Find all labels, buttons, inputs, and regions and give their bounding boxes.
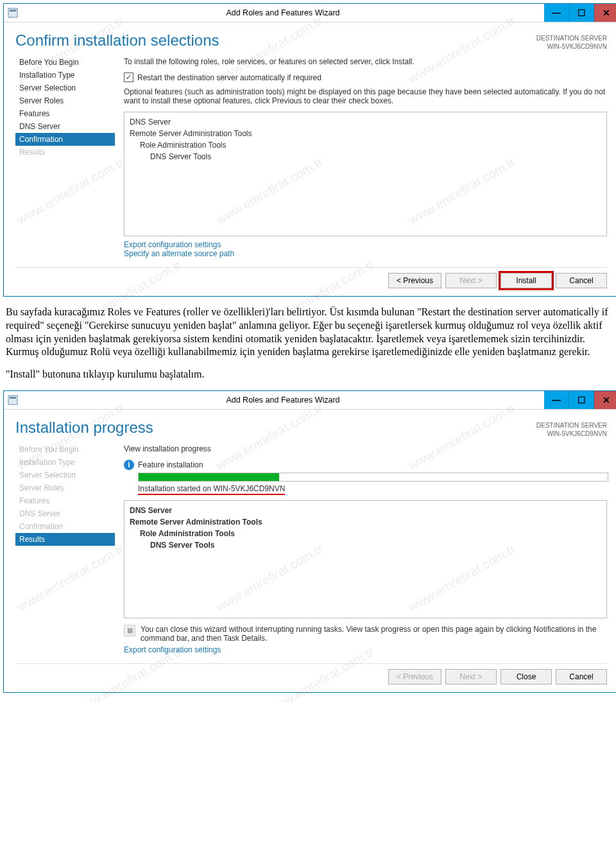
nav-server-roles[interactable]: Server Roles [15, 94, 115, 107]
close-button[interactable]: Close [501, 669, 552, 684]
left-nav: Before You Begin Installation Type Serve… [15, 443, 115, 654]
nav-confirmation: Confirmation [15, 520, 115, 533]
nav-results: Results [15, 146, 115, 159]
nav-server-roles: Server Roles [15, 482, 115, 494]
nav-confirmation[interactable]: Confirmation [15, 133, 115, 146]
install-button[interactable]: Install [501, 273, 552, 288]
nav-server-selection[interactable]: Server Selection [15, 82, 115, 94]
list-item: Remote Server Administration Tools [130, 516, 601, 528]
list-item: DNS Server [130, 116, 601, 128]
restart-checkbox-label: Restart the destination server automatic… [137, 73, 321, 82]
intro-text: To install the following roles, role ser… [124, 57, 607, 66]
list-item: Role Administration Tools [130, 139, 601, 151]
minimize-button[interactable]: — [544, 4, 569, 22]
wizard-window-confirm: www.emrefirat.com.tr www.emrefirat.com.t… [3, 3, 616, 297]
titlebar: Add Roles and Features Wizard — ☐ ✕ [4, 391, 616, 410]
close-note-text: You can close this wizard without interr… [141, 625, 607, 643]
list-item: Remote Server Administration Tools [130, 128, 601, 139]
nav-features: Features [15, 494, 115, 507]
maximize-button[interactable]: ☐ [569, 4, 594, 22]
nav-features[interactable]: Features [15, 107, 115, 120]
destination-server: DESTINATION SERVER WIN-5VKJ6CD9NVN [536, 34, 607, 51]
nav-dns-server: DNS Server [15, 507, 115, 520]
features-listbox: DNS Server Remote Server Administration … [124, 500, 607, 618]
button-row: < Previous Next > Close Cancel [15, 663, 607, 684]
wizard-window-progress: www.emrefirat.com.tr www.emrefirat.com.t… [3, 390, 616, 693]
page-title: Confirm installation selections [15, 31, 536, 49]
nav-results[interactable]: Results [15, 533, 115, 546]
export-settings-link[interactable]: Export configuration settings [124, 645, 607, 654]
article-paragraph: "Install" butonuna tıklayıp kurulumu baş… [6, 368, 616, 381]
installation-started-label: Installation started on WIN-5VKJ6CD9NVN [138, 484, 285, 495]
app-icon [8, 8, 18, 18]
list-item: Role Administration Tools [130, 528, 601, 539]
cancel-button[interactable]: Cancel [556, 669, 607, 684]
titlebar: Add Roles and Features Wizard — ☐ ✕ [4, 4, 616, 22]
maximize-button[interactable]: ☐ [569, 391, 594, 409]
view-progress-label: View installation progress [124, 444, 607, 453]
left-nav: Before You Begin Installation Type Serve… [15, 56, 115, 258]
restart-checkbox[interactable]: ✓ [124, 73, 133, 82]
svg-rect-3 [10, 397, 16, 399]
next-button: Next > [445, 669, 497, 684]
features-listbox: DNS Server Remote Server Administration … [124, 112, 607, 236]
list-item: DNS Server Tools [130, 151, 601, 162]
list-item: DNS Server [130, 505, 601, 516]
list-item: DNS Server Tools [130, 539, 601, 551]
close-button[interactable]: ✕ [594, 391, 616, 409]
optional-features-note: Optional features (such as administratio… [124, 87, 607, 105]
alternate-source-link[interactable]: Specify an alternate source path [124, 249, 607, 258]
window-title: Add Roles and Features Wizard [22, 8, 544, 17]
nav-before-you-begin[interactable]: Before You Begin [15, 56, 115, 69]
page-title: Installation progress [15, 419, 536, 437]
app-icon [8, 395, 18, 405]
minimize-button[interactable]: — [544, 391, 569, 409]
export-settings-link[interactable]: Export configuration settings [124, 240, 607, 249]
previous-button: < Previous [388, 669, 441, 684]
svg-rect-1 [10, 10, 16, 12]
info-icon: i [124, 460, 134, 470]
close-button[interactable]: ✕ [594, 4, 616, 22]
cancel-button[interactable]: Cancel [556, 273, 607, 288]
previous-button[interactable]: < Previous [388, 273, 441, 288]
nav-server-selection: Server Selection [15, 469, 115, 482]
button-row: < Previous Next > Install Cancel [15, 267, 607, 288]
note-icon: ▦ [124, 625, 135, 636]
window-title: Add Roles and Features Wizard [22, 396, 544, 405]
nav-installation-type: Installation Type [15, 456, 115, 469]
article-paragraph: Bu sayfada kuracağımız Roles ve Features… [6, 306, 616, 359]
destination-server: DESTINATION SERVER WIN-5VKJ6CD9NVN [536, 421, 607, 438]
nav-installation-type[interactable]: Installation Type [15, 69, 115, 82]
next-button: Next > [445, 273, 497, 288]
nav-dns-server[interactable]: DNS Server [15, 120, 115, 133]
progress-bar [138, 473, 608, 482]
feature-installation-label: Feature installation [138, 460, 203, 469]
nav-before-you-begin: Before You Begin [15, 443, 115, 456]
